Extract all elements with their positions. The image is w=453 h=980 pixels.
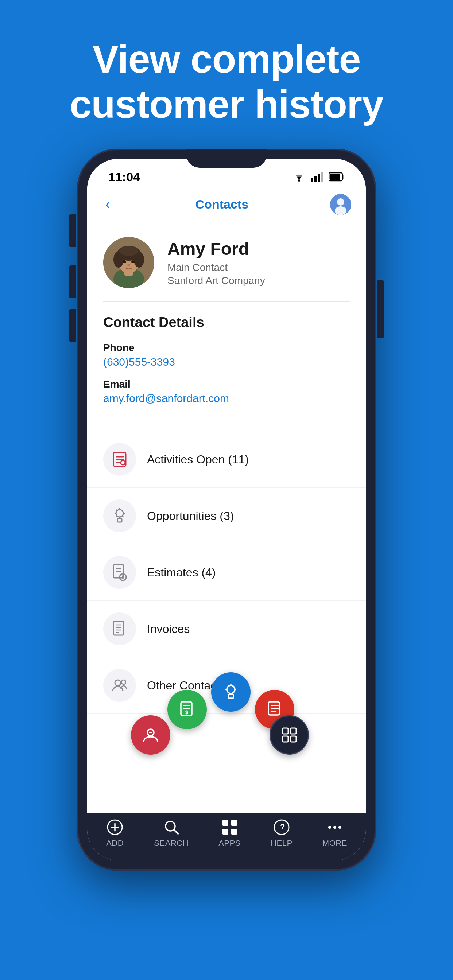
svg-point-80 [328,826,331,829]
search-icon [162,818,180,836]
svg-rect-37 [118,519,122,522]
svg-line-73 [174,829,178,834]
email-label: Email [103,379,350,390]
svg-line-33 [116,510,117,511]
nav-title: Contacts [196,197,248,212]
contact-info: Amy Ford Main Contact Sanford Art Compan… [167,239,265,286]
tab-apps[interactable]: APPS [211,815,248,852]
activities-icon-circle [103,443,136,476]
tab-more[interactable]: MORE [315,815,354,852]
tab-add[interactable]: ADD [99,815,131,852]
estimate-fab-icon: $ [177,700,197,719]
svg-point-82 [338,826,341,829]
back-button[interactable]: ‹ [102,193,114,216]
svg-rect-77 [231,829,237,835]
svg-text:$: $ [122,574,124,580]
svg-point-81 [333,826,336,829]
tab-add-label: ADD [106,838,124,848]
phone-value[interactable]: (630)555-3393 [103,356,350,368]
content-area: Amy Ford Main Contact Sanford Art Compan… [87,221,366,813]
svg-point-21 [127,264,130,266]
estimates-icon: $ [110,563,129,582]
tab-apps-label: APPS [219,838,241,848]
svg-text:$: $ [185,710,188,715]
fab-contacts-button[interactable] [131,715,170,755]
tab-search[interactable]: SEARCH [147,815,196,852]
svg-rect-75 [231,820,237,826]
more-icon [326,818,344,836]
svg-rect-60 [228,695,233,698]
invoices-icon-circle [103,612,136,645]
estimates-icon-circle: $ [103,556,136,589]
svg-point-0 [298,180,300,181]
signal-icon [311,172,324,182]
invoices-icon [110,620,129,638]
wifi-icon [292,172,306,182]
svg-rect-76 [222,829,228,835]
opportunities-icon-circle [103,500,136,532]
contact-photo [103,237,154,288]
fab-opportunity-button[interactable] [211,672,250,712]
svg-point-10 [335,206,346,215]
list-item-opportunities[interactable]: Opportunities (3) [87,488,366,544]
fab-estimate-button[interactable]: $ [167,690,207,729]
invoices-label: Invoices [147,622,190,636]
contact-details-section: Contact Details Phone (630)555-3393 Emai… [87,302,366,428]
email-value[interactable]: amy.ford@sanfordart.com [103,392,350,405]
svg-line-35 [116,516,117,517]
svg-point-20 [131,260,135,263]
fab-apps-button[interactable] [270,715,309,755]
svg-rect-3 [318,174,320,182]
svg-text:?: ? [280,822,285,831]
apps-icon [221,818,239,836]
svg-point-49 [121,680,126,684]
svg-rect-7 [330,174,340,180]
svg-point-18 [119,246,138,256]
other-contacts-icon-circle [103,669,136,702]
phone-screen: 11:04 [87,159,366,861]
help-icon: ? [273,818,291,836]
svg-rect-74 [222,820,228,826]
tab-help-label: HELP [271,838,292,848]
tab-search-label: SEARCH [154,838,188,848]
phone-mockup: 11:04 [77,149,376,870]
svg-line-34 [122,510,123,511]
related-items-list: Activities Open (11) [87,431,366,714]
details-title: Contact Details [103,315,350,330]
apps-fab-icon [279,725,299,745]
svg-point-9 [337,198,344,205]
contacts-fab-icon [141,725,161,745]
svg-point-19 [123,260,126,263]
add-icon [106,818,124,836]
opportunities-label: Opportunities (3) [147,509,234,523]
svg-line-36 [122,516,123,517]
navigation-bar: ‹ Contacts [87,188,366,221]
svg-rect-4 [321,172,323,182]
contact-header: Amy Ford Main Contact Sanford Art Compan… [87,221,366,301]
list-item-activities[interactable]: Activities Open (11) [87,431,366,488]
activities-icon [110,450,129,468]
svg-rect-67 [282,736,288,742]
contact-company: Sanford Art Company [167,275,265,286]
opportunity-fab-icon [221,682,241,702]
phone-detail: Phone (630)555-3393 [103,342,350,368]
email-detail: Email amy.ford@sanfordart.com [103,379,350,405]
hero-title: View complete customer history [29,37,424,127]
contact-name: Amy Ford [167,239,265,259]
details-divider [103,428,350,428]
battery-icon [329,172,345,181]
svg-rect-66 [290,728,296,734]
status-time: 11:04 [105,170,140,184]
svg-rect-1 [311,178,313,182]
phone-label: Phone [103,342,350,354]
hero-section: View complete customer history [0,0,453,149]
svg-rect-2 [314,176,317,182]
user-avatar[interactable] [330,194,351,215]
svg-rect-43 [113,621,124,635]
tab-help[interactable]: ? HELP [263,815,300,852]
status-icons [292,172,348,182]
list-item-invoices[interactable]: Invoices [87,601,366,657]
estimates-label: Estimates (4) [147,566,215,579]
svg-point-48 [115,680,121,686]
list-item-estimates[interactable]: $ Estimates (4) [87,544,366,601]
